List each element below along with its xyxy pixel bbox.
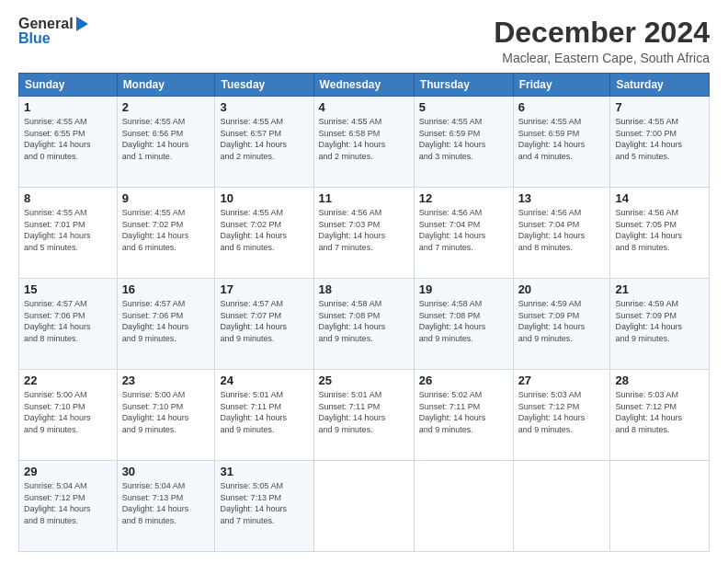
day-number: 14 [615,191,704,205]
day-number: 21 [615,282,704,296]
day-info: Sunrise: 4:55 AM Sunset: 6:59 PM Dayligh… [518,117,586,161]
day-number: 15 [24,282,112,296]
day-info: Sunrise: 4:58 AM Sunset: 7:08 PM Dayligh… [419,299,486,343]
day-info: Sunrise: 5:01 AM Sunset: 7:11 PM Dayligh… [319,390,386,434]
table-row [513,461,610,552]
day-info: Sunrise: 4:55 AM Sunset: 6:56 PM Dayligh… [122,117,189,161]
day-number: 10 [220,191,308,205]
table-row: 19Sunrise: 4:58 AM Sunset: 7:08 PM Dayli… [414,279,513,370]
table-row: 7Sunrise: 4:55 AM Sunset: 7:00 PM Daylig… [610,97,710,188]
day-number: 12 [419,191,508,205]
calendar-week-row: 1Sunrise: 4:55 AM Sunset: 6:55 PM Daylig… [19,97,710,188]
col-saturday: Saturday [610,74,710,97]
day-number: 19 [419,282,508,296]
day-info: Sunrise: 5:05 AM Sunset: 7:13 PM Dayligh… [220,481,287,525]
day-number: 7 [615,100,704,114]
day-number: 31 [220,465,308,478]
subtitle: Maclear, Eastern Cape, South Africa [494,51,710,65]
day-info: Sunrise: 4:56 AM Sunset: 7:04 PM Dayligh… [518,208,586,252]
table-row: 3Sunrise: 4:55 AM Sunset: 6:57 PM Daylig… [215,97,313,188]
table-row: 23Sunrise: 5:00 AM Sunset: 7:10 PM Dayli… [117,370,215,461]
header: General Blue December 2024 Maclear, East… [18,17,710,65]
table-row: 17Sunrise: 4:57 AM Sunset: 7:07 PM Dayli… [215,279,313,370]
day-number: 30 [122,465,210,478]
day-info: Sunrise: 4:55 AM Sunset: 7:00 PM Dayligh… [615,117,682,161]
table-row: 22Sunrise: 5:00 AM Sunset: 7:10 PM Dayli… [19,370,118,461]
table-row: 1Sunrise: 4:55 AM Sunset: 6:55 PM Daylig… [19,97,118,188]
col-wednesday: Wednesday [313,74,414,97]
col-thursday: Thursday [414,74,513,97]
calendar-week-row: 29Sunrise: 5:04 AM Sunset: 7:12 PM Dayli… [19,461,710,552]
day-number: 23 [122,373,210,387]
day-number: 5 [419,100,508,114]
logo: General Blue [18,17,88,46]
logo-general: General [18,17,74,31]
day-number: 4 [319,100,409,114]
day-info: Sunrise: 4:59 AM Sunset: 7:09 PM Dayligh… [518,299,586,343]
table-row: 15Sunrise: 4:57 AM Sunset: 7:06 PM Dayli… [19,279,118,370]
day-info: Sunrise: 4:58 AM Sunset: 7:08 PM Dayligh… [319,299,386,343]
table-row: 26Sunrise: 5:02 AM Sunset: 7:11 PM Dayli… [414,370,513,461]
day-number: 18 [319,282,409,296]
day-info: Sunrise: 4:55 AM Sunset: 7:02 PM Dayligh… [220,208,287,252]
table-row: 12Sunrise: 4:56 AM Sunset: 7:04 PM Dayli… [414,188,513,279]
day-number: 8 [24,191,112,205]
col-friday: Friday [513,74,610,97]
day-info: Sunrise: 5:04 AM Sunset: 7:12 PM Dayligh… [24,481,91,525]
day-number: 22 [24,373,112,387]
table-row: 14Sunrise: 4:56 AM Sunset: 7:05 PM Dayli… [610,188,710,279]
day-number: 13 [518,191,606,205]
table-row: 10Sunrise: 4:55 AM Sunset: 7:02 PM Dayli… [215,188,313,279]
day-number: 27 [518,373,606,387]
day-number: 20 [518,282,606,296]
day-number: 28 [615,373,704,387]
day-info: Sunrise: 5:03 AM Sunset: 7:12 PM Dayligh… [518,390,586,434]
day-number: 16 [122,282,210,296]
page: General Blue December 2024 Maclear, East… [0,0,728,563]
day-info: Sunrise: 4:55 AM Sunset: 6:55 PM Dayligh… [24,117,91,161]
day-info: Sunrise: 4:55 AM Sunset: 6:58 PM Dayligh… [319,117,386,161]
table-row: 29Sunrise: 5:04 AM Sunset: 7:12 PM Dayli… [19,461,118,552]
table-row: 16Sunrise: 4:57 AM Sunset: 7:06 PM Dayli… [117,279,215,370]
day-info: Sunrise: 4:55 AM Sunset: 7:02 PM Dayligh… [122,208,189,252]
table-row: 27Sunrise: 5:03 AM Sunset: 7:12 PM Dayli… [513,370,610,461]
table-row: 4Sunrise: 4:55 AM Sunset: 6:58 PM Daylig… [313,97,414,188]
col-tuesday: Tuesday [215,74,313,97]
calendar-week-row: 15Sunrise: 4:57 AM Sunset: 7:06 PM Dayli… [19,279,710,370]
day-number: 2 [122,100,210,114]
day-info: Sunrise: 4:55 AM Sunset: 7:01 PM Dayligh… [24,208,91,252]
table-row: 18Sunrise: 4:58 AM Sunset: 7:08 PM Dayli… [313,279,414,370]
table-row: 20Sunrise: 4:59 AM Sunset: 7:09 PM Dayli… [513,279,610,370]
main-title: December 2024 [494,17,710,49]
table-row [313,461,414,552]
table-row: 2Sunrise: 4:55 AM Sunset: 6:56 PM Daylig… [117,97,215,188]
day-info: Sunrise: 4:56 AM Sunset: 7:05 PM Dayligh… [615,208,682,252]
calendar-week-row: 22Sunrise: 5:00 AM Sunset: 7:10 PM Dayli… [19,370,710,461]
table-row: 13Sunrise: 4:56 AM Sunset: 7:04 PM Dayli… [513,188,610,279]
day-number: 11 [319,191,409,205]
calendar-header-row: Sunday Monday Tuesday Wednesday Thursday… [19,74,710,97]
day-number: 25 [319,373,409,387]
table-row: 5Sunrise: 4:55 AM Sunset: 6:59 PM Daylig… [414,97,513,188]
day-info: Sunrise: 4:56 AM Sunset: 7:04 PM Dayligh… [419,208,486,252]
day-info: Sunrise: 4:55 AM Sunset: 6:57 PM Dayligh… [220,117,287,161]
title-block: December 2024 Maclear, Eastern Cape, Sou… [494,17,710,65]
day-info: Sunrise: 5:00 AM Sunset: 7:10 PM Dayligh… [24,390,91,434]
day-info: Sunrise: 4:59 AM Sunset: 7:09 PM Dayligh… [615,299,682,343]
table-row [610,461,710,552]
day-number: 24 [220,373,308,387]
calendar-week-row: 8Sunrise: 4:55 AM Sunset: 7:01 PM Daylig… [19,188,710,279]
day-info: Sunrise: 5:00 AM Sunset: 7:10 PM Dayligh… [122,390,189,434]
day-number: 1 [24,100,112,114]
logo-arrow-icon [76,17,88,31]
table-row: 11Sunrise: 4:56 AM Sunset: 7:03 PM Dayli… [313,188,414,279]
table-row: 6Sunrise: 4:55 AM Sunset: 6:59 PM Daylig… [513,97,610,188]
col-sunday: Sunday [19,74,118,97]
table-row: 25Sunrise: 5:01 AM Sunset: 7:11 PM Dayli… [313,370,414,461]
table-row: 9Sunrise: 4:55 AM Sunset: 7:02 PM Daylig… [117,188,215,279]
table-row: 30Sunrise: 5:04 AM Sunset: 7:13 PM Dayli… [117,461,215,552]
table-row [414,461,513,552]
day-number: 26 [419,373,508,387]
day-number: 29 [24,465,112,478]
col-monday: Monday [117,74,215,97]
